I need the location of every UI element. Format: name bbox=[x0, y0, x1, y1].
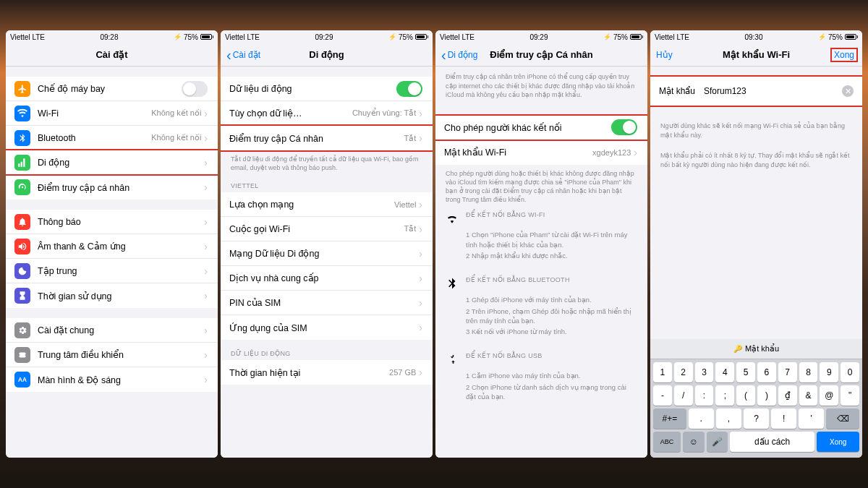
clear-icon[interactable]: ✕ bbox=[842, 85, 854, 97]
keyboard[interactable]: Mật khẩu 1234567890 -/:;()₫&@" #+=.,?!'⌫… bbox=[650, 339, 862, 458]
keyboard-key[interactable]: / bbox=[674, 385, 693, 406]
settings-row[interactable]: Cho phép người khác kết nối bbox=[435, 116, 647, 140]
clock: 09:28 bbox=[100, 33, 118, 41]
settings-row[interactable]: AAMàn hình & Độ sáng› bbox=[6, 367, 218, 392]
keyboard-key[interactable]: ) bbox=[757, 385, 776, 406]
chevron-icon: › bbox=[204, 290, 208, 301]
abc-key[interactable]: ABC bbox=[653, 432, 681, 452]
keyboard-key[interactable]: " bbox=[841, 385, 859, 406]
settings-row[interactable]: Tùy chọn dữ liệ…Chuyển vùng: Tắt› bbox=[221, 101, 433, 126]
settings-row[interactable]: Wi-FiKhông kết nối› bbox=[6, 101, 218, 126]
row-label: Màn hình & Độ sáng bbox=[38, 374, 201, 385]
keyboard-key[interactable]: 9 bbox=[820, 362, 838, 382]
settings-row[interactable]: Thời gian sử dụng› bbox=[6, 283, 218, 308]
keyboard-key[interactable]: . bbox=[689, 408, 714, 429]
chevron-icon: › bbox=[419, 322, 422, 333]
keyboard-key[interactable]: & bbox=[799, 385, 818, 406]
keyboard-key[interactable]: , bbox=[716, 408, 741, 429]
chevron-icon: › bbox=[419, 367, 422, 378]
keyboard-key[interactable]: : bbox=[695, 385, 714, 406]
chevron-icon: › bbox=[204, 132, 208, 144]
mic-key[interactable]: 🎤 bbox=[707, 432, 728, 452]
settings-row[interactable]: Cài đặt chung› bbox=[6, 318, 218, 343]
keyboard-suggestion[interactable]: Mật khẩu bbox=[650, 339, 862, 359]
settings-list[interactable]: Chế độ máy bayWi-FiKhông kết nối›Bluetoo… bbox=[6, 67, 218, 458]
toggle-switch[interactable] bbox=[182, 81, 208, 97]
cellular-icon bbox=[14, 155, 30, 171]
keyboard-key[interactable]: ; bbox=[715, 385, 734, 406]
carrier: Viettel LTE bbox=[10, 33, 45, 41]
password-input[interactable] bbox=[704, 86, 842, 96]
settings-row[interactable]: Ứng dụng của SIM› bbox=[221, 315, 433, 340]
battery-percent: ⚡ bbox=[174, 33, 182, 40]
carrier: Viettel LTE bbox=[225, 33, 260, 41]
footer-text: Tắt dữ liệu di động để truyền tất cả dữ … bbox=[221, 150, 433, 172]
keyboard-key[interactable]: @ bbox=[820, 385, 838, 406]
toggle-switch[interactable] bbox=[396, 81, 422, 97]
row-value: Chuyển vùng: Tắt bbox=[352, 108, 416, 118]
settings-row[interactable]: Lựa chọn mạngViettel› bbox=[221, 192, 433, 217]
keyboard-key[interactable]: 4 bbox=[715, 362, 734, 382]
space-key[interactable]: dấu cách bbox=[730, 432, 814, 452]
emoji-key[interactable]: ☺ bbox=[683, 432, 704, 452]
instruction-step: 2 Chọn iPhone từ danh sách dịch vụ mạng … bbox=[466, 382, 637, 402]
settings-row[interactable]: Dịch vụ nhà cung cấp› bbox=[221, 266, 433, 291]
row-label: PIN của SIM bbox=[229, 297, 416, 308]
row-label: Mạng Dữ liệu Di động bbox=[229, 248, 416, 259]
keyboard-key[interactable]: 2 bbox=[674, 362, 693, 382]
row-value: Không kết nối bbox=[151, 133, 201, 142]
settings-row[interactable]: Thông báo› bbox=[6, 210, 218, 234]
keyboard-key[interactable]: ₫ bbox=[778, 385, 797, 406]
keyboard-key[interactable]: ' bbox=[799, 408, 824, 429]
keyboard-done[interactable]: Xong bbox=[817, 432, 859, 452]
status-bar: Viettel LTE 09:29 ⚡75% bbox=[435, 30, 647, 43]
keyboard-key[interactable]: 5 bbox=[736, 362, 755, 382]
row-label: Dịch vụ nhà cung cấp bbox=[229, 273, 416, 283]
backspace-key[interactable]: ⌫ bbox=[826, 408, 859, 429]
keyboard-key[interactable]: ( bbox=[736, 385, 755, 406]
clock: 09:30 bbox=[744, 33, 762, 41]
settings-row[interactable]: Di động› bbox=[6, 150, 218, 175]
password-row[interactable]: Mật khẩu ✕ bbox=[650, 77, 862, 106]
hourglass-icon bbox=[14, 288, 30, 304]
settings-row[interactable]: BluetoothKhông kết nối› bbox=[6, 126, 218, 150]
settings-row[interactable]: Chế độ máy bay bbox=[6, 77, 218, 101]
back-button[interactable]: Cài đặt bbox=[226, 48, 260, 62]
settings-row[interactable]: Điểm truy cập Cá nhânTắt› bbox=[221, 126, 433, 150]
keyboard-key[interactable]: 6 bbox=[757, 362, 776, 382]
settings-row[interactable]: Trung tâm điều khiển› bbox=[6, 343, 218, 367]
row-label: Âm thanh & Cảm ứng bbox=[38, 241, 201, 252]
keyboard-key[interactable]: - bbox=[653, 385, 672, 406]
group-header: VIETTEL bbox=[221, 182, 433, 192]
keyboard-key[interactable]: ! bbox=[771, 408, 796, 429]
settings-row[interactable]: PIN của SIM› bbox=[221, 291, 433, 315]
settings-row[interactable]: Thời gian hiện tại257 GB› bbox=[221, 360, 433, 385]
settings-row[interactable]: Điểm truy cập cá nhân› bbox=[6, 175, 218, 200]
cancel-button[interactable]: Hủy bbox=[656, 50, 673, 60]
keyboard-key[interactable]: 1 bbox=[653, 362, 672, 382]
settings-row[interactable]: Cuộc gọi Wi-FiTắt› bbox=[221, 217, 433, 241]
settings-row[interactable]: Âm thanh & Cảm ứng› bbox=[6, 234, 218, 259]
keyboard-key[interactable]: 3 bbox=[695, 362, 714, 382]
screen-settings: Viettel LTE 09:28 ⚡75% Cài đặt Chế độ má… bbox=[6, 30, 218, 458]
shift-key[interactable]: #+= bbox=[653, 408, 686, 429]
row-label: Mật khẩu Wi-Fi bbox=[444, 147, 592, 158]
row-label: Thời gian sử dụng bbox=[38, 291, 201, 301]
keyboard-key[interactable]: 8 bbox=[799, 362, 818, 382]
status-bar: Viettel LTE 09:28 ⚡75% bbox=[6, 30, 218, 43]
back-button[interactable]: Di động bbox=[441, 48, 477, 62]
settings-row[interactable]: Tập trung› bbox=[6, 259, 218, 283]
keyboard-key[interactable]: 0 bbox=[841, 362, 859, 382]
keyboard-key[interactable]: 7 bbox=[778, 362, 797, 382]
settings-row[interactable]: Mạng Dữ liệu Di động› bbox=[221, 241, 433, 266]
chevron-icon: › bbox=[419, 297, 422, 309]
chevron-icon: › bbox=[204, 157, 208, 168]
keyboard-key[interactable]: ? bbox=[744, 408, 769, 429]
settings-row[interactable]: Dữ liệu di động bbox=[221, 77, 433, 101]
done-button[interactable]: Xong bbox=[830, 48, 858, 62]
row-label: Cho phép người khác kết nối bbox=[444, 122, 611, 133]
toggle-switch[interactable] bbox=[611, 119, 637, 135]
settings-row[interactable]: Mật khẩu Wi-Fixgdeyk123› bbox=[435, 140, 647, 165]
chevron-icon: › bbox=[204, 374, 208, 385]
chevron-icon: › bbox=[419, 108, 422, 119]
